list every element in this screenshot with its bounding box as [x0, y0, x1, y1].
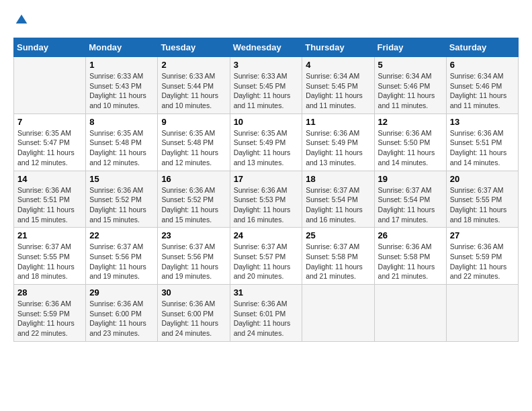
calendar-cell: 20 Sunrise: 6:37 AMSunset: 5:55 PMDaylig… — [446, 171, 518, 228]
calendar-cell: 31 Sunrise: 6:36 AMSunset: 6:01 PMDaylig… — [230, 285, 302, 342]
day-number: 26 — [378, 230, 443, 240]
logo — [13, 13, 31, 27]
calendar-cell: 4 Sunrise: 6:34 AMSunset: 5:45 PMDayligh… — [302, 57, 374, 114]
week-row-5: 28 Sunrise: 6:36 AMSunset: 5:59 PMDaylig… — [14, 285, 519, 342]
cell-content: Sunrise: 6:36 AMSunset: 5:51 PMDaylight:… — [17, 185, 82, 225]
cell-content: Sunrise: 6:36 AMSunset: 5:49 PMDaylight:… — [306, 128, 370, 168]
cell-content: Sunrise: 6:36 AMSunset: 5:50 PMDaylight:… — [378, 128, 443, 168]
calendar-cell: 1 Sunrise: 6:33 AMSunset: 5:43 PMDayligh… — [86, 57, 158, 114]
cell-content: Sunrise: 6:37 AMSunset: 5:57 PMDaylight:… — [234, 242, 299, 281]
day-number: 25 — [306, 230, 370, 240]
cell-content: Sunrise: 6:36 AMSunset: 5:59 PMDaylight:… — [450, 242, 515, 281]
day-number: 21 — [17, 230, 82, 240]
cell-content: Sunrise: 6:37 AMSunset: 5:55 PMDaylight:… — [17, 242, 82, 281]
column-header-saturday: Saturday — [446, 38, 518, 57]
calendar-cell: 24 Sunrise: 6:37 AMSunset: 5:57 PMDaylig… — [230, 228, 302, 285]
calendar-cell: 9 Sunrise: 6:35 AMSunset: 5:48 PMDayligh… — [158, 113, 230, 171]
day-number: 18 — [306, 174, 370, 184]
cell-content: Sunrise: 6:36 AMSunset: 5:58 PMDaylight:… — [378, 242, 443, 281]
column-header-sunday: Sunday — [14, 38, 86, 57]
cell-content: Sunrise: 6:37 AMSunset: 5:54 PMDaylight:… — [306, 185, 370, 225]
calendar-table: SundayMondayTuesdayWednesdayThursdayFrid… — [13, 38, 519, 342]
calendar-cell: 2 Sunrise: 6:33 AMSunset: 5:44 PMDayligh… — [158, 57, 230, 114]
day-number: 20 — [450, 174, 515, 184]
calendar-cell — [14, 57, 86, 114]
day-number: 16 — [161, 174, 226, 184]
day-number: 31 — [234, 287, 299, 298]
cell-content: Sunrise: 6:35 AMSunset: 5:47 PMDaylight:… — [17, 128, 82, 168]
calendar-cell: 6 Sunrise: 6:34 AMSunset: 5:46 PMDayligh… — [446, 57, 518, 114]
calendar-cell: 21 Sunrise: 6:37 AMSunset: 5:55 PMDaylig… — [14, 228, 86, 285]
cell-content: Sunrise: 6:34 AMSunset: 5:46 PMDaylight:… — [378, 71, 443, 111]
calendar-cell — [302, 285, 374, 342]
svg-marker-0 — [16, 15, 28, 24]
calendar-cell: 22 Sunrise: 6:37 AMSunset: 5:56 PMDaylig… — [86, 228, 158, 285]
cell-content: Sunrise: 6:36 AMSunset: 5:52 PMDaylight:… — [161, 185, 226, 225]
cell-content: Sunrise: 6:37 AMSunset: 5:55 PMDaylight:… — [450, 185, 515, 225]
day-number: 29 — [89, 287, 154, 298]
day-number: 24 — [234, 230, 299, 240]
day-number: 14 — [17, 174, 82, 184]
calendar-cell: 3 Sunrise: 6:33 AMSunset: 5:45 PMDayligh… — [230, 57, 302, 114]
day-number: 1 — [89, 60, 154, 70]
day-number: 2 — [161, 60, 226, 70]
calendar-cell: 30 Sunrise: 6:36 AMSunset: 6:00 PMDaylig… — [158, 285, 230, 342]
cell-content: Sunrise: 6:36 AMSunset: 6:01 PMDaylight:… — [234, 299, 299, 338]
cell-content: Sunrise: 6:36 AMSunset: 6:00 PMDaylight:… — [161, 299, 226, 338]
calendar-cell: 12 Sunrise: 6:36 AMSunset: 5:50 PMDaylig… — [374, 113, 446, 171]
cell-content: Sunrise: 6:34 AMSunset: 5:46 PMDaylight:… — [450, 71, 515, 111]
week-row-2: 7 Sunrise: 6:35 AMSunset: 5:47 PMDayligh… — [14, 113, 519, 171]
calendar-cell: 16 Sunrise: 6:36 AMSunset: 5:52 PMDaylig… — [158, 171, 230, 228]
calendar-cell: 19 Sunrise: 6:37 AMSunset: 5:54 PMDaylig… — [374, 171, 446, 228]
cell-content: Sunrise: 6:34 AMSunset: 5:45 PMDaylight:… — [306, 71, 370, 111]
day-number: 28 — [17, 287, 82, 298]
week-row-1: 1 Sunrise: 6:33 AMSunset: 5:43 PMDayligh… — [14, 57, 519, 114]
day-number: 30 — [161, 287, 226, 298]
calendar-cell: 13 Sunrise: 6:36 AMSunset: 5:51 PMDaylig… — [446, 113, 518, 171]
day-number: 10 — [234, 117, 299, 127]
calendar-cell: 10 Sunrise: 6:35 AMSunset: 5:49 PMDaylig… — [230, 113, 302, 171]
week-row-3: 14 Sunrise: 6:36 AMSunset: 5:51 PMDaylig… — [14, 171, 519, 228]
cell-content: Sunrise: 6:36 AMSunset: 5:59 PMDaylight:… — [17, 299, 82, 338]
calendar-cell — [446, 285, 518, 342]
day-number: 19 — [378, 174, 443, 184]
calendar-cell: 23 Sunrise: 6:37 AMSunset: 5:56 PMDaylig… — [158, 228, 230, 285]
column-header-tuesday: Tuesday — [158, 38, 230, 57]
cell-content: Sunrise: 6:37 AMSunset: 5:56 PMDaylight:… — [161, 242, 226, 281]
day-number: 22 — [89, 230, 154, 240]
column-header-thursday: Thursday — [302, 38, 374, 57]
calendar-cell: 28 Sunrise: 6:36 AMSunset: 5:59 PMDaylig… — [14, 285, 86, 342]
page-header — [13, 13, 519, 27]
cell-content: Sunrise: 6:37 AMSunset: 5:58 PMDaylight:… — [306, 242, 370, 281]
column-header-wednesday: Wednesday — [230, 38, 302, 57]
week-row-4: 21 Sunrise: 6:37 AMSunset: 5:55 PMDaylig… — [14, 228, 519, 285]
calendar-cell — [374, 285, 446, 342]
calendar-cell: 26 Sunrise: 6:36 AMSunset: 5:58 PMDaylig… — [374, 228, 446, 285]
day-number: 4 — [306, 60, 370, 70]
cell-content: Sunrise: 6:37 AMSunset: 5:54 PMDaylight:… — [378, 185, 443, 225]
cell-content: Sunrise: 6:33 AMSunset: 5:45 PMDaylight:… — [234, 71, 299, 111]
day-number: 27 — [450, 230, 515, 240]
calendar-cell: 25 Sunrise: 6:37 AMSunset: 5:58 PMDaylig… — [302, 228, 374, 285]
cell-content: Sunrise: 6:36 AMSunset: 5:53 PMDaylight:… — [234, 185, 299, 225]
cell-content: Sunrise: 6:36 AMSunset: 6:00 PMDaylight:… — [89, 299, 154, 338]
day-number: 15 — [89, 174, 154, 184]
day-number: 12 — [378, 117, 443, 127]
logo-icon — [15, 13, 28, 27]
day-number: 3 — [234, 60, 299, 70]
day-number: 23 — [161, 230, 226, 240]
calendar-cell: 29 Sunrise: 6:36 AMSunset: 6:00 PMDaylig… — [86, 285, 158, 342]
calendar-cell: 15 Sunrise: 6:36 AMSunset: 5:52 PMDaylig… — [86, 171, 158, 228]
column-header-friday: Friday — [374, 38, 446, 57]
calendar-cell: 17 Sunrise: 6:36 AMSunset: 5:53 PMDaylig… — [230, 171, 302, 228]
calendar-cell: 5 Sunrise: 6:34 AMSunset: 5:46 PMDayligh… — [374, 57, 446, 114]
calendar-cell: 18 Sunrise: 6:37 AMSunset: 5:54 PMDaylig… — [302, 171, 374, 228]
cell-content: Sunrise: 6:35 AMSunset: 5:49 PMDaylight:… — [234, 128, 299, 168]
calendar-cell: 14 Sunrise: 6:36 AMSunset: 5:51 PMDaylig… — [14, 171, 86, 228]
header-row: SundayMondayTuesdayWednesdayThursdayFrid… — [14, 38, 519, 57]
day-number: 17 — [234, 174, 299, 184]
cell-content: Sunrise: 6:36 AMSunset: 5:52 PMDaylight:… — [89, 185, 154, 225]
day-number: 9 — [161, 117, 226, 127]
day-number: 5 — [378, 60, 443, 70]
day-number: 8 — [89, 117, 154, 127]
